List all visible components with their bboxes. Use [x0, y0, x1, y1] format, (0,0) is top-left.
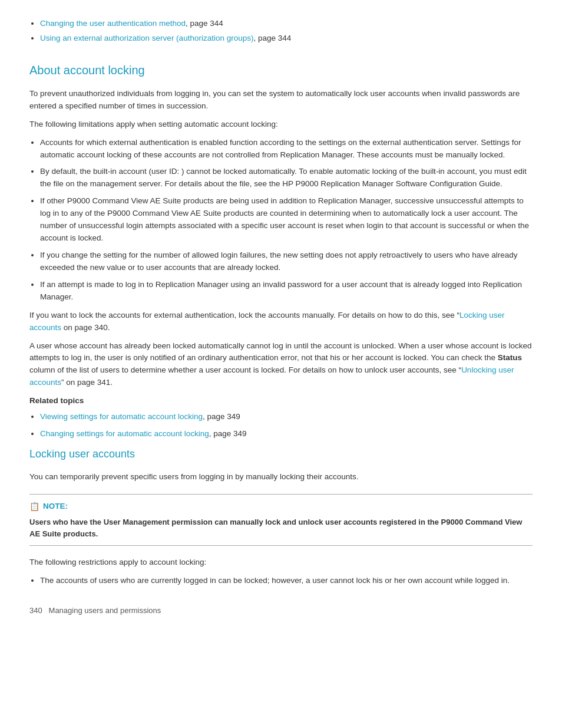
about-para-1: To prevent unauthorized individuals from… — [29, 88, 533, 113]
about-bullets-list: Accounts for which external authenticati… — [29, 137, 533, 304]
top-link-item-1: Changing the user authentication method,… — [40, 18, 533, 30]
related-bullet-2: Changing settings for automatic account … — [40, 428, 533, 440]
note-label: NOTE: — [43, 500, 68, 513]
unlocking-suffix: ” on page 341. — [61, 378, 113, 387]
related-topics-label: Related topics — [29, 395, 533, 407]
top-link-1[interactable]: Changing the user authentication method — [40, 19, 186, 28]
related-bullets-list: Viewing settings for automatic account l… — [29, 411, 533, 440]
after-note-para: The following restrictions apply to acco… — [29, 556, 533, 569]
top-link-1-suffix: , page 344 — [186, 19, 223, 28]
related-link-2[interactable]: Changing settings for automatic account … — [40, 429, 209, 438]
top-link-item-2: Using an external authorization server (… — [40, 32, 533, 45]
about-bullet-5: If an attempt is made to log in to Repli… — [40, 279, 533, 304]
note-content: Users who have the User Management permi… — [29, 516, 533, 539]
footer-text: Managing users and permissions — [49, 606, 161, 615]
related-link-1[interactable]: Viewing settings for automatic account l… — [40, 412, 203, 421]
top-link-2-suffix: , page 344 — [253, 34, 291, 42]
after-bullets-2-end: column of the list of users to determine… — [29, 365, 461, 374]
about-bullet-4: If you change the setting for the number… — [40, 249, 533, 274]
restriction-1: The accounts of users who are currently … — [40, 575, 533, 587]
related-link-2-suffix: , page 349 — [209, 429, 247, 438]
note-icon: 📋 — [29, 500, 39, 513]
about-bullet-2: By default, the built-in account (user I… — [40, 166, 533, 190]
after-bullets-2-start: A user whose account has already been lo… — [29, 341, 532, 363]
locking-section-title: Locking user accounts — [29, 446, 533, 463]
about-section-title: About account locking — [29, 61, 533, 80]
status-bold: Status — [498, 353, 522, 362]
about-bullet-1: Accounts for which external authenticati… — [40, 137, 533, 162]
locking-intro: You can temporarily prevent specific use… — [29, 471, 533, 483]
note-box: 📋 NOTE: Users who have the User Manageme… — [29, 494, 533, 546]
about-para-2: The following limitations apply when set… — [29, 118, 533, 131]
restrictions-list: The accounts of users who are currently … — [29, 575, 533, 587]
related-bullet-1: Viewing settings for automatic account l… — [40, 411, 533, 423]
top-links-list: Changing the user authentication method,… — [29, 18, 533, 45]
after-bullets-para-2: A user whose account has already been lo… — [29, 340, 533, 390]
note-header: 📋 NOTE: — [29, 500, 533, 513]
locking-page: on page 340. — [61, 323, 110, 332]
page-number: 340 — [29, 606, 42, 615]
after-bullets-1-start: If you want to lock the accounts for ext… — [29, 311, 459, 319]
page-footer: 340 Managing users and permissions — [29, 605, 533, 617]
about-bullet-3: If other P9000 Command View AE Suite pro… — [40, 195, 533, 245]
after-bullets-para-1: If you want to lock the accounts for ext… — [29, 309, 533, 334]
top-link-2[interactable]: Using an external authorization server (… — [40, 34, 253, 42]
related-link-1-suffix: , page 349 — [203, 412, 240, 421]
